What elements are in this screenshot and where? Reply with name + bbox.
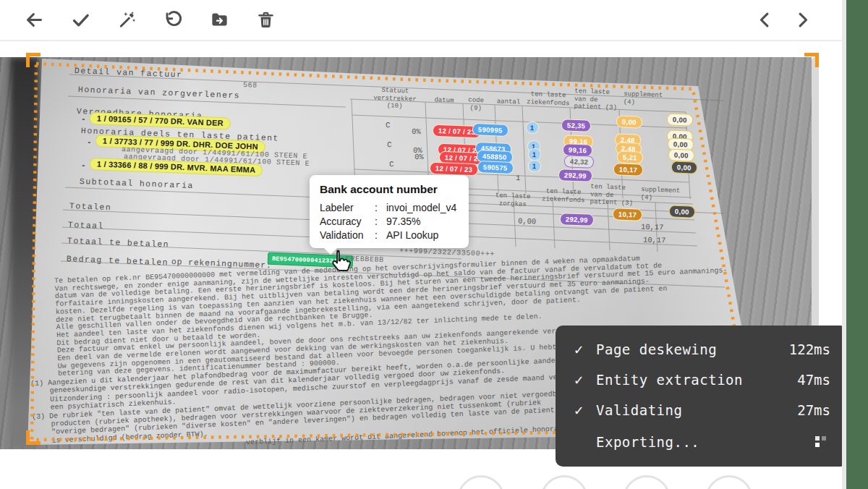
entity-amount[interactable]: 0,00 bbox=[671, 161, 697, 174]
col-header-patient: ten laste van de patient (3) bbox=[590, 183, 642, 208]
section-totaal: Totaal bbox=[68, 220, 104, 231]
trash-icon bbox=[256, 10, 276, 33]
step-time: 122ms bbox=[789, 341, 830, 357]
loading-spinner-icon bbox=[815, 436, 826, 447]
entity-amount[interactable]: 292,99 bbox=[560, 213, 594, 226]
delete-button[interactable] bbox=[255, 10, 276, 32]
entity-code[interactable]: 590575 bbox=[477, 161, 514, 174]
section-totalen: Totalen bbox=[69, 201, 112, 212]
crop-handle-top-left[interactable] bbox=[26, 53, 41, 67]
check-icon bbox=[71, 10, 90, 33]
list-dash: - bbox=[81, 161, 86, 170]
entity-amount[interactable]: 99,16 bbox=[563, 143, 593, 156]
entity-amount[interactable]: 10,17 bbox=[613, 163, 644, 176]
check-icon: ✓ bbox=[574, 341, 596, 358]
entity-code[interactable]: 590995 bbox=[472, 123, 509, 136]
next-page-button[interactable] bbox=[791, 10, 813, 32]
back-button[interactable] bbox=[23, 10, 45, 32]
tooltip-value: 97.35% bbox=[386, 215, 420, 229]
entity-amount[interactable]: 5,21 bbox=[617, 150, 643, 163]
processing-status-panel: ✓ Page deskewing 122ms ✓ Entity extracti… bbox=[556, 326, 848, 467]
step-time: 27ms bbox=[797, 402, 830, 418]
folder-export-icon bbox=[210, 10, 229, 33]
tooltip-label: Accuracy bbox=[320, 215, 375, 229]
chevron-right-icon bbox=[793, 10, 812, 33]
page-thumb-circle[interactable] bbox=[457, 475, 505, 489]
step-label: Page deskewing bbox=[596, 341, 717, 357]
entity-aantal[interactable]: 1 bbox=[526, 122, 539, 134]
tooltip-colon: : bbox=[375, 201, 386, 215]
page-ref: 568 bbox=[243, 81, 258, 90]
entity-amount[interactable]: 42,32 bbox=[564, 155, 595, 168]
entity-tooltip: Bank account number Labeler : invoi_mode… bbox=[310, 175, 469, 248]
undo-rotate-icon bbox=[163, 10, 183, 33]
col-header-ziekenfonds: ten laste ziekenfonds bbox=[525, 90, 572, 107]
entity-amount[interactable]: 292,99 bbox=[558, 169, 592, 182]
cell-totaal-te-betalen: 10,17 bbox=[643, 235, 666, 244]
check-icon: ✓ bbox=[574, 401, 596, 419]
tooltip-value: invoi_model_v4 bbox=[386, 201, 456, 215]
entity-date[interactable]: 12 / 07 / 23 bbox=[430, 162, 479, 176]
chevron-left-icon bbox=[755, 10, 775, 33]
col-header-datum: datum bbox=[428, 96, 460, 105]
crop-handle-bottom-left[interactable] bbox=[26, 430, 41, 445]
cell-statuut: C bbox=[386, 121, 391, 129]
entity-amount[interactable]: 0,00 bbox=[616, 115, 642, 128]
document-labeling-app: Detail van factuur Honoraria van zorgver… bbox=[0, 0, 868, 489]
undo-button[interactable] bbox=[162, 10, 184, 32]
list-dash: - bbox=[81, 115, 86, 124]
entity-amount[interactable]: 0,00 bbox=[667, 113, 693, 126]
cell-pct: 0% bbox=[414, 153, 424, 161]
tooltip-value: API Lookup bbox=[386, 229, 438, 242]
list-dash: - bbox=[87, 138, 92, 147]
col-header-patient: ten laste van de patient (3) bbox=[574, 88, 624, 112]
tooltip-label: Labeler bbox=[320, 201, 375, 215]
toolbar bbox=[0, 0, 843, 41]
col-header-ziekenfonds: ten laste ziekenfonds bbox=[538, 187, 590, 205]
col-header-code: code (9) bbox=[461, 96, 491, 113]
col-header-statuut: Statuut verstrekker (10) bbox=[365, 86, 425, 111]
check-icon: ✓ bbox=[574, 371, 596, 388]
tooltip-title: Bank account number bbox=[320, 183, 459, 196]
crop-handle-top-right[interactable] bbox=[804, 53, 819, 67]
cell-totaal: 10,17 bbox=[641, 222, 664, 231]
cell-subtotal-aantal: 1 bbox=[516, 174, 521, 182]
approve-button[interactable] bbox=[69, 10, 91, 32]
pointer-cursor-icon bbox=[327, 248, 354, 276]
cell-total-zorgkas: 0,00 bbox=[518, 217, 537, 226]
tooltip-colon: : bbox=[375, 229, 386, 242]
entity-amount[interactable]: 52,35 bbox=[561, 119, 592, 132]
step-label: Validating bbox=[596, 402, 682, 418]
cell-statuut: C bbox=[389, 160, 394, 169]
cell-statuut: C bbox=[387, 140, 392, 149]
col-header-supplement: supplement (4) bbox=[641, 186, 686, 203]
page-thumb-circle[interactable] bbox=[705, 475, 753, 489]
magic-wand-icon bbox=[117, 10, 137, 33]
export-to-folder-button[interactable] bbox=[208, 10, 230, 32]
entity-aantal[interactable]: 1 bbox=[528, 148, 541, 161]
tooltip-colon: : bbox=[375, 215, 386, 229]
cell-pct: 0% bbox=[412, 127, 421, 136]
back-icon bbox=[25, 10, 44, 33]
side-panel-edge bbox=[846, 0, 868, 489]
previous-page-button[interactable] bbox=[754, 10, 775, 32]
col-header-aantal: aantal bbox=[493, 98, 524, 106]
entity-amount[interactable]: 0,00 bbox=[668, 148, 694, 161]
auto-enhance-button[interactable] bbox=[116, 10, 137, 32]
col-header-zorgkas: ten laste zorgkas bbox=[490, 192, 536, 208]
tooltip-label: Validation bbox=[320, 229, 375, 242]
page-thumb-circle[interactable] bbox=[540, 475, 588, 489]
entity-amount[interactable]: 0,00 bbox=[669, 205, 695, 218]
col-header-supplement: supplement (4) bbox=[624, 90, 671, 107]
step-label: Exporting... bbox=[596, 434, 699, 450]
entity-aantal[interactable]: 1 bbox=[528, 160, 541, 172]
page-thumb-circle[interactable] bbox=[623, 475, 671, 489]
step-label: Entity extraction bbox=[596, 372, 743, 388]
step-time: 47ms bbox=[797, 372, 830, 388]
entity-amount[interactable]: 10,17 bbox=[613, 208, 643, 221]
